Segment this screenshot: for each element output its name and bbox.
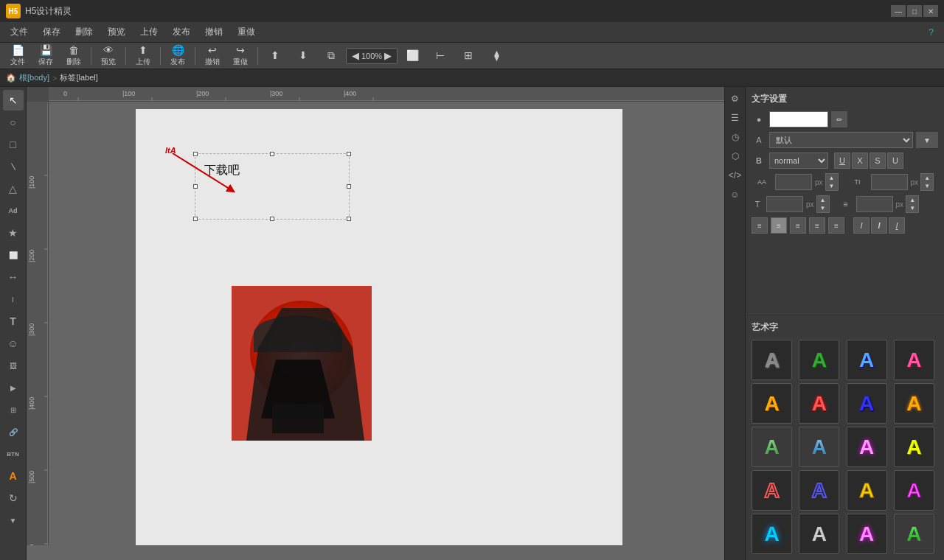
handle-br[interactable] (347, 217, 351, 221)
lineheight-up[interactable]: ▲ (906, 196, 918, 204)
lt-select-btn[interactable]: ↖ (3, 90, 24, 111)
art-text-item-8[interactable]: A (894, 383, 934, 424)
art-text-item-5[interactable]: A (752, 383, 792, 424)
align-justify-btn[interactable]: ≡ (809, 217, 825, 234)
menu-upload[interactable]: 上传 (133, 24, 165, 41)
menu-file[interactable]: 文件 (3, 24, 35, 41)
art-text-item-15[interactable]: A (847, 470, 887, 511)
art-text-item-9[interactable]: A (752, 427, 792, 467)
handle-ml[interactable] (193, 184, 198, 189)
art-text-item-19[interactable]: A (847, 514, 887, 554)
lt-scroll-btn[interactable]: ▼ (3, 510, 24, 531)
menu-undo[interactable]: 撤销 (198, 24, 230, 41)
lt-arttext-btn[interactable]: A (3, 466, 24, 486)
underline2-btn[interactable]: U (887, 153, 903, 169)
toolbar-distribute-btn[interactable]: ⊞ (455, 47, 482, 64)
art-text-item-1[interactable]: A (752, 340, 792, 380)
toolbar-align-btn[interactable]: ⊢ (427, 47, 454, 64)
image-element[interactable] (232, 286, 372, 441)
art-text-item-14[interactable]: A (799, 470, 839, 511)
lineheight-input[interactable] (856, 196, 893, 212)
art-text-item-16[interactable]: A (894, 470, 934, 511)
menu-delete[interactable]: 删除 (68, 24, 100, 41)
art-text-item-18[interactable]: A (799, 514, 839, 554)
toolbar-save-btn[interactable]: 💾 保存 (32, 42, 59, 69)
canvas-page[interactable]: 下载吧 ItA (49, 102, 709, 545)
fontsize-up[interactable]: ▲ (826, 174, 838, 182)
zoom-in-btn[interactable]: ▶ (382, 50, 394, 61)
maximize-button[interactable]: □ (907, 5, 922, 17)
minimize-button[interactable]: — (891, 5, 906, 17)
close-button[interactable]: ✕ (923, 5, 938, 17)
art-text-item-17[interactable]: A (752, 514, 792, 554)
art-text-item-10[interactable]: A (799, 427, 839, 467)
page-canvas[interactable]: 下载吧 ItA (136, 109, 622, 545)
italic2-btn[interactable]: I (871, 217, 887, 234)
lt-ad-btn[interactable]: Ad (3, 200, 24, 221)
art-text-item-20[interactable]: A (894, 514, 934, 554)
rt-history-btn[interactable]: ◷ (726, 128, 744, 146)
toolbar-file-btn[interactable]: 📄 文件 (4, 42, 31, 69)
lineheight-down[interactable]: ▼ (906, 204, 918, 212)
indent-down[interactable]: ▼ (817, 204, 829, 212)
handle-tl[interactable] (193, 152, 198, 156)
lt-link-btn[interactable]: 🔗 (3, 421, 24, 442)
toolbar-publish-btn[interactable]: 🌐 发布 (164, 42, 191, 69)
lt-rotate-btn[interactable]: ↻ (3, 488, 24, 508)
lt-video-btn[interactable]: ▶ (3, 377, 24, 398)
font-weight-select[interactable]: normal bold lighter (769, 153, 828, 169)
rt-theme-btn[interactable]: ⬡ (726, 147, 744, 165)
toolbar-redo-btn[interactable]: ↪ 重做 (227, 42, 254, 69)
lt-textv-btn[interactable]: Ⅰ (3, 289, 24, 309)
font-chevron-btn[interactable]: ▼ (916, 132, 938, 148)
breadcrumb-home[interactable]: 根[body] (19, 72, 49, 83)
text-element[interactable]: 下载吧 (195, 153, 350, 220)
zoom-out-btn[interactable]: ◀ (350, 50, 361, 61)
edit-color-btn[interactable]: ✏ (831, 111, 847, 127)
toolbar-delete-btn[interactable]: 🗑 删除 (60, 42, 87, 69)
indent-up[interactable]: ▲ (817, 196, 829, 204)
toolbar-upload-btn[interactable]: ⬆ 上传 (130, 42, 156, 69)
handle-mr[interactable] (347, 184, 351, 189)
toolbar-preview-btn[interactable]: 👁 预览 (95, 42, 122, 69)
art-text-item-7[interactable]: A (847, 383, 887, 424)
italic1-btn[interactable]: I (853, 217, 870, 234)
handle-tm[interactable] (270, 152, 274, 156)
letterspacing-input[interactable] (871, 174, 908, 190)
italic3-btn[interactable]: I (889, 217, 905, 234)
align-extra-btn[interactable]: ≡ (828, 217, 844, 234)
lt-triangle-btn[interactable]: △ (3, 178, 24, 199)
toolbar-copy-btn[interactable]: ⧉ (318, 47, 344, 65)
menu-publish[interactable]: 发布 (165, 24, 198, 41)
art-text-item-13[interactable]: A (752, 470, 792, 511)
rt-layers-btn[interactable]: ☰ (726, 109, 744, 127)
handle-bl[interactable] (193, 217, 198, 221)
art-text-item-11[interactable]: A (847, 427, 887, 467)
art-text-item-2[interactable]: A (799, 340, 839, 380)
lt-arrow-btn[interactable]: ↔ (3, 267, 24, 287)
toolbar-up-btn[interactable]: ⬆ (262, 47, 288, 64)
handle-bm[interactable] (270, 217, 274, 221)
handle-tr[interactable] (347, 152, 351, 156)
shadow-btn[interactable]: S (870, 153, 886, 169)
art-text-item-4[interactable]: A (894, 340, 934, 380)
help-button[interactable]: ? (921, 25, 941, 40)
art-text-item-3[interactable]: A (847, 340, 887, 380)
align-center-btn[interactable]: ≡ (771, 217, 787, 234)
lt-btn-btn[interactable]: BTN (3, 444, 24, 464)
lt-image-btn[interactable]: 🖼 (3, 355, 24, 376)
font-family-select[interactable]: 默认 宋体 黑体 微软雅黑 (769, 132, 913, 148)
letterspacing-down[interactable]: ▼ (921, 182, 933, 190)
toolbar-down-btn[interactable]: ⬇ (290, 47, 316, 64)
canvas-area[interactable]: 0 |100 |200 |300 |400 |100 |200 |300 (27, 87, 724, 560)
rt-emoji-btn[interactable]: ☺ (726, 186, 744, 203)
toolbar-layers-btn[interactable]: ⧫ (483, 47, 510, 64)
menu-redo[interactable]: 重做 (230, 24, 263, 41)
underline-btn[interactable]: U (834, 153, 850, 169)
color-swatch[interactable] (769, 111, 828, 127)
lt-frame-btn[interactable]: ⬜ (3, 245, 24, 265)
lt-rect-btn[interactable]: □ (3, 134, 24, 155)
art-text-item-12[interactable]: A (894, 427, 934, 467)
align-right-btn[interactable]: ≡ (790, 217, 806, 234)
letterspacing-up[interactable]: ▲ (921, 174, 933, 182)
